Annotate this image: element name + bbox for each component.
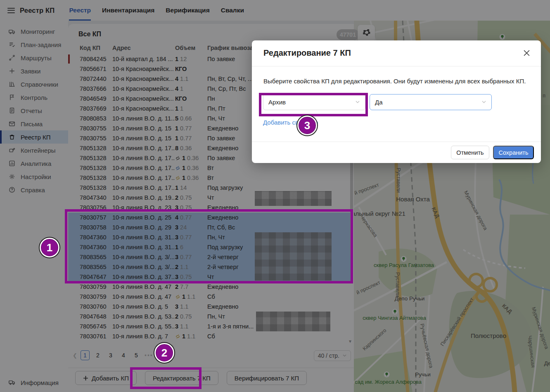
annotation-step-3: 3: [297, 116, 317, 135]
chevron-down-icon: [481, 99, 486, 106]
value-select[interactable]: Да: [370, 94, 492, 110]
property-select[interactable]: Архив: [263, 94, 365, 110]
modal-description: Выберите свойства КП для редактирования.…: [263, 78, 528, 85]
annotation-step-2: 2: [154, 343, 174, 363]
modal-title: Редактирование 7 КП: [263, 48, 351, 58]
edit-kp-modal: Редактирование 7 КП Выберите свойства КП…: [252, 40, 541, 163]
close-icon[interactable]: [523, 50, 530, 57]
divider: [252, 142, 541, 142]
cancel-button[interactable]: Отменить: [451, 146, 489, 159]
annotation-step-1: 1: [40, 238, 59, 257]
property-select-value: Архив: [268, 99, 286, 106]
value-select-value: Да: [375, 99, 383, 106]
chevron-down-icon: [355, 99, 360, 106]
divider: [252, 66, 541, 66]
save-button[interactable]: Сохранить: [493, 146, 534, 159]
app-root: ев пНовая Охтаальный округ №21ЧеркасоваР…: [0, 0, 550, 392]
